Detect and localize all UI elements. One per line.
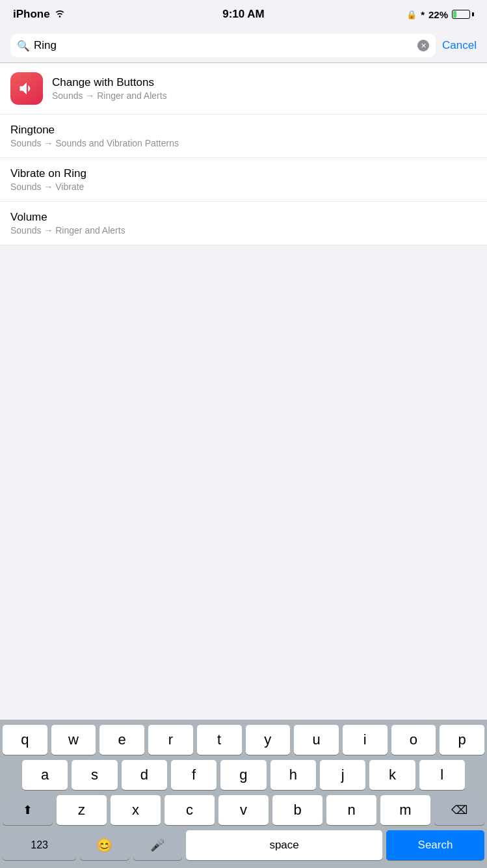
key-e[interactable]: e	[99, 725, 144, 755]
key-l[interactable]: l	[419, 760, 465, 790]
key-y[interactable]: y	[246, 725, 291, 755]
key-o[interactable]: o	[391, 725, 436, 755]
lock-icon: 🔒	[406, 10, 417, 20]
battery-percent: 22%	[428, 9, 448, 20]
wifi-icon	[54, 8, 66, 21]
result-text-ringtone: Ringtone Sounds → Sounds and Vibration P…	[10, 124, 477, 148]
key-b[interactable]: b	[272, 795, 322, 825]
search-key[interactable]: Search	[386, 830, 484, 860]
result-item-volume[interactable]: Volume Sounds → Ringer and Alerts	[0, 202, 487, 245]
result-subtitle: Sounds → Ringer and Alerts	[52, 90, 477, 101]
result-item-ringtone[interactable]: Ringtone Sounds → Sounds and Vibration P…	[0, 115, 487, 158]
search-input[interactable]	[34, 39, 414, 52]
result-subtitle: Sounds → Sounds and Vibration Patterns	[10, 138, 477, 148]
key-n[interactable]: n	[326, 795, 376, 825]
clear-button[interactable]: ✕	[417, 40, 429, 51]
empty-content-area	[0, 245, 487, 493]
key-p[interactable]: p	[440, 725, 484, 755]
result-title: Change with Buttons	[52, 76, 477, 89]
key-c[interactable]: c	[165, 795, 215, 825]
key-w[interactable]: w	[51, 725, 96, 755]
results-list: Change with Buttons Sounds → Ringer and …	[0, 62, 487, 245]
key-r[interactable]: r	[148, 725, 193, 755]
cancel-button[interactable]: Cancel	[442, 39, 477, 52]
key-j[interactable]: j	[320, 760, 365, 790]
key-m[interactable]: m	[380, 795, 430, 825]
result-text-volume: Volume Sounds → Ringer and Alerts	[10, 211, 477, 236]
key-a[interactable]: a	[22, 760, 68, 790]
keyboard-row-1: q w e r t y u i o p	[3, 725, 484, 755]
key-h[interactable]: h	[270, 760, 316, 790]
status-carrier: iPhone	[13, 8, 66, 21]
result-subtitle: Sounds → Vibrate	[10, 182, 477, 192]
status-time: 9:10 AM	[222, 8, 265, 21]
key-u[interactable]: u	[294, 725, 339, 755]
result-item-change-with-buttons[interactable]: Change with Buttons Sounds → Ringer and …	[0, 63, 487, 115]
key-f[interactable]: f	[171, 760, 217, 790]
speaker-icon	[18, 79, 36, 98]
sounds-app-icon	[10, 72, 43, 105]
key-z[interactable]: z	[57, 795, 107, 825]
shift-key[interactable]: ⬆	[3, 795, 53, 825]
bluetooth-icon: *	[421, 9, 425, 20]
key-i[interactable]: i	[343, 725, 388, 755]
result-item-vibrate-on-ring[interactable]: Vibrate on Ring Sounds → Vibrate	[0, 158, 487, 202]
keyboard-row-3: ⬆ z x c v b n m ⌫	[3, 795, 484, 825]
key-q[interactable]: q	[3, 725, 47, 755]
result-title: Vibrate on Ring	[10, 167, 477, 180]
status-right: 🔒 * 22%	[406, 9, 474, 20]
battery-indicator	[452, 10, 474, 19]
numbers-key[interactable]: 123	[3, 830, 76, 860]
result-title: Volume	[10, 211, 477, 224]
key-v[interactable]: v	[218, 795, 269, 825]
status-bar: iPhone 9:10 AM 🔒 * 22%	[0, 0, 487, 29]
delete-key[interactable]: ⌫	[434, 795, 484, 825]
keyboard: q w e r t y u i o p a s d f g h j k l ⬆ …	[0, 720, 487, 868]
search-icon: 🔍	[17, 40, 30, 52]
microphone-key[interactable]: 🎤	[133, 830, 182, 860]
search-input-wrapper[interactable]: 🔍 ✕	[10, 34, 436, 57]
carrier-text: iPhone	[13, 8, 50, 21]
keyboard-row-2: a s d f g h j k l	[3, 760, 484, 790]
space-key[interactable]: space	[186, 830, 382, 860]
key-s[interactable]: s	[72, 760, 117, 790]
emoji-key[interactable]: 😊	[80, 830, 129, 860]
result-subtitle: Sounds → Ringer and Alerts	[10, 225, 477, 236]
search-bar[interactable]: 🔍 ✕ Cancel	[0, 29, 487, 62]
key-d[interactable]: d	[122, 760, 167, 790]
keyboard-row-4: 123 😊 🎤 space Search	[3, 830, 484, 860]
key-g[interactable]: g	[220, 760, 266, 790]
result-text-change-with-buttons: Change with Buttons Sounds → Ringer and …	[52, 76, 477, 101]
result-title: Ringtone	[10, 124, 477, 137]
key-k[interactable]: k	[369, 760, 415, 790]
key-t[interactable]: t	[197, 725, 242, 755]
key-x[interactable]: x	[111, 795, 161, 825]
result-text-vibrate: Vibrate on Ring Sounds → Vibrate	[10, 167, 477, 192]
